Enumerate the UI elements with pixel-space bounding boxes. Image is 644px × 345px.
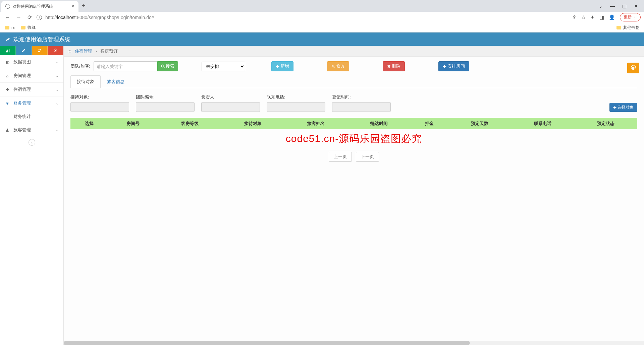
url-display[interactable]: http://localhost:8080/ssmgrogshop/Login/… (45, 15, 154, 20)
quick-stats-button[interactable] (0, 46, 16, 55)
quick-edit-button[interactable] (16, 46, 32, 55)
other-bookmarks[interactable]: 其他书签 (616, 25, 639, 30)
update-button[interactable]: 更新 ⋮ (620, 13, 641, 21)
bookmark-label: rx (11, 25, 15, 30)
col-reception: 接待对象 (221, 118, 284, 129)
update-label: 更新 (624, 14, 632, 20)
field-label: 团队编号: (136, 94, 195, 100)
sidebar-item-label: 财务管理 (13, 100, 31, 106)
home-icon: ⌂ (5, 73, 10, 78)
chevron-down-icon: ⌄ (56, 60, 59, 64)
bookmark-bar: rx 收藏 其他书签 (0, 23, 644, 32)
button-label: 删除 (392, 63, 400, 69)
leaf-icon (5, 36, 11, 42)
url-host: localhost (57, 15, 75, 20)
svg-rect-0 (6, 51, 7, 52)
col-select: 选择 (70, 118, 108, 129)
star-icon[interactable]: ☆ (581, 14, 586, 20)
delete-button[interactable]: ✖删除 (383, 61, 405, 71)
field-principal: 负责人: (201, 94, 260, 112)
browser-tab[interactable]: 欢迎使用酒店管理系统 × (1, 1, 78, 12)
new-tab-button[interactable]: + (82, 2, 86, 9)
sidebar-item-finance[interactable]: ♥ 财务管理 ⌄ (0, 96, 63, 110)
button-label: 新增 (280, 63, 289, 69)
bookmark-label: 其他书签 (623, 25, 639, 30)
sidebar-menu: ◐ 数据视图 ⌄ ⌂ 房间管理 ⌄ ✥ 住宿管理 ⌄ ♥ 财务管理 ⌄ 财务统计 (0, 55, 63, 137)
status-select[interactable]: 未安排 (202, 62, 245, 71)
bookmark-rx[interactable]: rx (5, 25, 15, 30)
app-title: 欢迎使用酒店管理系统 (13, 36, 70, 43)
prev-page-button[interactable]: 上一页 (329, 152, 352, 162)
horizontal-scrollbar[interactable] (64, 341, 644, 345)
reload-button[interactable]: ⟳ (26, 14, 33, 20)
close-icon[interactable]: × (71, 3, 74, 9)
svg-point-6 (633, 67, 634, 69)
field-label: 登记时间: (332, 94, 391, 100)
search-input[interactable] (94, 61, 157, 71)
sidebar-subitem-finance-stats[interactable]: 财务统计 (0, 110, 63, 123)
svg-point-3 (38, 49, 40, 51)
plus-icon: ✚ (613, 105, 616, 110)
field-label: 联系电话: (267, 94, 325, 100)
col-arrive-time: 抵达时间 (347, 118, 411, 129)
add-button[interactable]: ✚新增 (271, 61, 293, 71)
close-window-icon[interactable]: ✕ (634, 3, 638, 9)
extensions-icon[interactable]: ✦ (590, 14, 595, 20)
svg-rect-1 (7, 50, 8, 52)
folder-icon (616, 26, 621, 29)
share-icon[interactable]: ⇪ (572, 14, 577, 20)
maximize-icon[interactable]: ▢ (622, 3, 627, 9)
button-label: 修改 (336, 63, 345, 69)
url-scheme: http:// (45, 15, 57, 20)
breadcrumb: ⌂ 住宿管理 › 客房预订 (64, 46, 644, 57)
search-input-group: 搜索 (94, 61, 178, 71)
arrange-room-button[interactable]: ✚安排房间 (438, 61, 469, 71)
sidebar-item-rooms[interactable]: ⌂ 房间管理 ⌄ (0, 69, 63, 83)
address-bar: ← → ⟳ i http://localhost:8080/ssmgrogsho… (0, 12, 644, 23)
chevron-down-icon: ⌄ (56, 101, 59, 106)
reception-input[interactable] (70, 102, 129, 112)
breadcrumb-link[interactable]: 住宿管理 (75, 48, 92, 54)
field-label: 负责人: (201, 94, 260, 100)
bookmark-fav[interactable]: 收藏 (21, 25, 36, 30)
side-panel-icon[interactable]: ◨ (599, 14, 604, 20)
move-icon: ✥ (5, 87, 10, 92)
quick-settings-button[interactable] (48, 46, 63, 55)
dashboard-icon: ◐ (5, 60, 10, 65)
reg-time-input[interactable] (332, 102, 391, 112)
sidebar-item-label: 房间管理 (13, 73, 31, 79)
tab-reception[interactable]: 接待对象 (70, 75, 101, 88)
svg-point-5 (55, 50, 56, 51)
home-icon[interactable]: ⌂ (68, 48, 71, 54)
site-info-icon[interactable]: i (37, 15, 42, 20)
svg-rect-2 (9, 49, 9, 53)
team-no-input[interactable] (136, 102, 195, 112)
app-header: 欢迎使用酒店管理系统 (0, 32, 644, 46)
next-page-button[interactable]: 下一页 (356, 152, 379, 162)
tab-bar: 接待对象 旅客信息 (70, 75, 637, 88)
chevron-down-icon[interactable]: ⌄ (599, 3, 603, 9)
phone-input[interactable] (267, 102, 325, 112)
sidebar-item-stay[interactable]: ✥ 住宿管理 ⌄ (0, 83, 63, 96)
quick-users-button[interactable] (32, 46, 48, 55)
edit-button[interactable]: ✎修改 (327, 61, 349, 71)
table-header-row: 选择 房间号 客房等级 接待对象 旅客姓名 抵达时间 押金 预定天数 联系电话 … (70, 118, 637, 129)
pager: 上一页 下一页 (70, 152, 637, 162)
sidebar-item-dashboard[interactable]: ◐ 数据视图 ⌄ (0, 55, 63, 69)
sidebar-item-label: 数据视图 (13, 59, 31, 65)
search-button[interactable]: 搜索 (157, 61, 178, 71)
scroll-thumb[interactable] (64, 341, 470, 345)
url-path: :8080/ssmgrogshop/Login/tomain.do# (75, 15, 154, 20)
collapse-sidebar-button[interactable]: « (29, 139, 35, 146)
sidebar-item-label: 旅客管理 (13, 127, 31, 133)
select-object-button[interactable]: ✚选择对象 (609, 103, 637, 112)
globe-icon (5, 4, 10, 9)
back-button[interactable]: ← (3, 14, 11, 20)
minimize-icon[interactable]: — (610, 3, 615, 9)
tab-guest-info[interactable]: 旅客信息 (101, 75, 131, 88)
principal-input[interactable] (201, 102, 260, 112)
sidebar-item-guests[interactable]: ♟ 旅客管理 ⌄ (0, 123, 63, 137)
forward-button[interactable]: → (15, 14, 23, 20)
profile-icon[interactable]: 👤 (609, 14, 615, 20)
settings-gear-button[interactable] (627, 63, 639, 73)
